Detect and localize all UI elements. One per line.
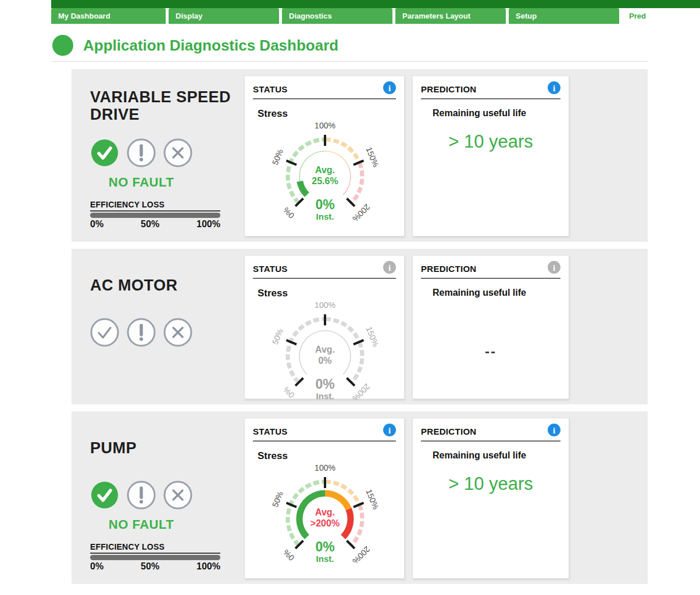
gauge-zone-ring bbox=[351, 163, 362, 203]
stress-label: Stress bbox=[258, 108, 396, 120]
gauge-inst-label: Inst. bbox=[316, 212, 334, 221]
prediction-header-rule bbox=[421, 98, 560, 99]
status-header-row: STATUSi bbox=[253, 261, 396, 275]
fault-check-icon bbox=[90, 138, 119, 167]
gauge-track bbox=[343, 346, 351, 374]
header-divider bbox=[52, 61, 648, 62]
svg-text:i: i bbox=[553, 84, 555, 93]
gauge-avg-label: Avg. bbox=[315, 507, 335, 517]
page-header: Application Diagnostics Dashboard bbox=[52, 35, 648, 62]
status-header-rule bbox=[253, 98, 396, 99]
prediction-header-rule bbox=[421, 278, 560, 279]
tab-display[interactable]: Display bbox=[169, 8, 279, 24]
efficiency-scale-label: 0% bbox=[90, 219, 103, 230]
gauge-inst-value: 0% bbox=[315, 197, 334, 212]
svg-text:i: i bbox=[553, 426, 555, 435]
fault-error-icon bbox=[163, 481, 192, 510]
efficiency-loss-bar bbox=[90, 213, 220, 218]
gauge-avg-value: >200% bbox=[310, 518, 340, 528]
info-icon[interactable]: i bbox=[383, 424, 396, 439]
stress-gauge: 0%50%100%150%200%Avg.25.6%0%Inst. bbox=[253, 120, 397, 227]
info-icon: i bbox=[548, 261, 560, 276]
gauge-tick-label: 0% bbox=[281, 206, 297, 221]
gauge-tick-label: 100% bbox=[315, 300, 335, 310]
info-icon[interactable]: i bbox=[548, 81, 560, 96]
prediction-header: PREDICTION bbox=[421, 264, 477, 274]
gauge-inst-value: 0% bbox=[315, 377, 334, 392]
gauge-avg-label: Avg. bbox=[315, 345, 335, 354]
fault-status-text: NO FAULT bbox=[90, 175, 192, 190]
prediction-panel: PREDICTIONiRemaining useful life> 10 yea… bbox=[412, 418, 569, 579]
svg-text:i: i bbox=[388, 426, 391, 435]
fault-check-icon bbox=[90, 481, 119, 510]
info-icon[interactable]: i bbox=[548, 424, 560, 439]
gauge-tick-label: 100% bbox=[315, 463, 335, 472]
prediction-panel: PREDICTIONiRemaining useful life-- bbox=[412, 255, 569, 399]
efficiency-scale-label: 100% bbox=[197, 219, 220, 230]
tab-pred[interactable]: Pred bbox=[622, 8, 696, 24]
top-strip bbox=[51, 0, 700, 8]
gauge-zone-ring bbox=[351, 342, 362, 383]
efficiency-loss-scale: 0%50%100% bbox=[90, 219, 220, 230]
prediction-header: PREDICTION bbox=[421, 84, 477, 94]
info-icon[interactable]: i bbox=[383, 81, 396, 96]
gauge-zone-ring bbox=[325, 319, 359, 342]
fault-warning-icon bbox=[127, 318, 156, 347]
info-icon: i bbox=[383, 261, 396, 276]
gauge-tick-label: 0% bbox=[281, 548, 297, 563]
gauge-tick-label: 50% bbox=[270, 490, 285, 508]
fault-icons-row bbox=[90, 481, 192, 510]
gauge-inst-label: Inst. bbox=[316, 391, 334, 401]
remaining-useful-life-label: Remaining useful life bbox=[433, 108, 560, 119]
stress-gauge-wrap: 0%50%100%150%200%Avg.25.6%0%Inst. bbox=[253, 120, 396, 229]
tab-diagnostics[interactable]: Diagnostics bbox=[282, 8, 392, 24]
prediction-header: PREDICTION bbox=[421, 426, 477, 436]
status-panel: STATUSiStress0%50%100%150%200%Avg.>200%0… bbox=[244, 418, 405, 579]
card-left-column: PUMPNO FAULTEFFICIENCY LOSS0%50%100% bbox=[72, 418, 244, 579]
card-variable-speed-drive: VARIABLE SPEED DRIVENO FAULTEFFICIENCY L… bbox=[72, 69, 648, 242]
gauge-avg-value: 25.6% bbox=[312, 176, 338, 186]
efficiency-loss-block: EFFICIENCY LOSS0%50%100% bbox=[90, 200, 220, 230]
efficiency-loss-label: EFFICIENCY LOSS bbox=[90, 542, 220, 551]
gauge-avg-value: 0% bbox=[318, 356, 331, 365]
fault-warning-icon bbox=[127, 138, 156, 167]
tab-setup[interactable]: Setup bbox=[509, 8, 619, 24]
stress-gauge-wrap: 0%50%100%150%200%Avg.>200%0%Inst. bbox=[253, 462, 396, 571]
fault-icons-row bbox=[90, 138, 192, 167]
efficiency-scale-label: 50% bbox=[141, 561, 159, 572]
card-title: AC MOTOR bbox=[90, 260, 244, 311]
stress-gauge-wrap: 0%50%100%150%200%Avg.0%0%Inst. bbox=[253, 299, 396, 408]
card-title: PUMP bbox=[90, 422, 244, 474]
remaining-useful-life-label: Remaining useful life bbox=[433, 288, 560, 298]
svg-text:i: i bbox=[553, 263, 555, 273]
tab-my-dashboard[interactable]: My Dashboard bbox=[51, 8, 166, 24]
svg-text:i: i bbox=[388, 263, 391, 273]
gauge-avg-label: Avg. bbox=[315, 165, 335, 175]
status-header-rule bbox=[253, 440, 396, 442]
stress-gauge: 0%50%100%150%200%Avg.0%0%Inst. bbox=[253, 299, 397, 406]
gauge-tick-label: 150% bbox=[364, 325, 380, 348]
gauge-tick-label: 50% bbox=[270, 148, 285, 166]
fault-error-icon bbox=[163, 318, 192, 347]
fault-check-icon bbox=[90, 318, 119, 347]
efficiency-loss-label: EFFICIENCY LOSS bbox=[90, 200, 220, 209]
status-header-rule bbox=[253, 278, 396, 279]
stress-label: Stress bbox=[258, 450, 396, 462]
status-panel: STATUSiStress0%50%100%150%200%Avg.0%0%In… bbox=[244, 255, 405, 399]
gauge-inst-label: Inst. bbox=[316, 554, 334, 564]
gauge-inst-value: 0% bbox=[315, 539, 334, 554]
remaining-useful-life-value: > 10 years bbox=[421, 131, 560, 152]
status-panel: STATUSiStress0%50%100%150%200%Avg.25.6%0… bbox=[244, 76, 405, 236]
gauge-tick-label: 50% bbox=[270, 327, 285, 346]
gauge-zone-ring bbox=[325, 139, 359, 163]
gauge-tick-label: 150% bbox=[364, 488, 380, 511]
tab-bar: My DashboardDisplayDiagnosticsParameters… bbox=[51, 8, 700, 24]
prediction-header-rule bbox=[421, 440, 560, 442]
tab-parameters-layout[interactable]: Parameters Layout bbox=[395, 8, 506, 24]
status-header: STATUS bbox=[253, 426, 288, 436]
card-ac-motor: AC MOTORSTATUSiStress0%50%100%150%200%Av… bbox=[72, 249, 648, 404]
gauge-tick-label: 0% bbox=[281, 385, 297, 400]
efficiency-scale-label: 50% bbox=[141, 219, 159, 230]
efficiency-scale-label: 0% bbox=[90, 561, 103, 572]
prediction-header-row: PREDICTIONi bbox=[421, 424, 560, 438]
